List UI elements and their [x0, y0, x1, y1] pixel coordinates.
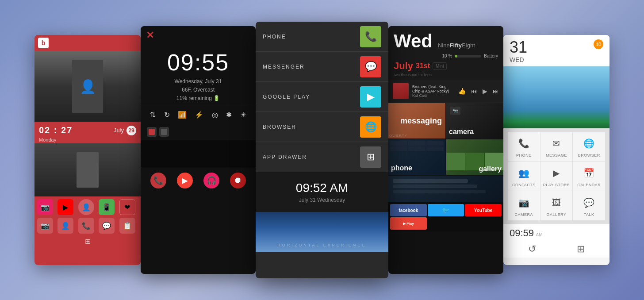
app-icon-msg[interactable]: 💬 — [99, 218, 115, 234]
ctrl-bolt-icon[interactable]: ⚡ — [195, 111, 203, 119]
phone-cell[interactable]: phone — [388, 139, 445, 175]
screen-light: 31 WED 10 📞 PHONE ✉ MESSAGE 🌐 BROWSER 👥 … — [503, 35, 610, 265]
screen2-header: ✕ — [141, 26, 256, 45]
album-art — [393, 83, 409, 99]
screen2-empty-area — [141, 140, 256, 167]
s5-browser-item[interactable]: 🌐 BROWSER — [573, 132, 605, 161]
dock-app[interactable]: ▶ — [177, 173, 193, 188]
app-icon-app[interactable]: 📱 — [99, 199, 115, 215]
menu-messenger-icon: 💬 — [360, 56, 381, 77]
next-icon[interactable]: ⏭ — [493, 88, 499, 95]
s5-gallery-icon: 🖼 — [548, 195, 564, 211]
screen-red: b 👤 02 : 27 July 29 Monday 📷 ▶ 👤 📱 — [34, 35, 141, 265]
s5-calendar-item[interactable]: 📅 CALENDAR — [573, 162, 605, 191]
screen2-controls: ⇅ ↻ 📶 ⚡ ◎ ✱ ☀ — [141, 106, 256, 123]
prev-icon[interactable]: ⏮ — [471, 88, 477, 95]
s5-message-label: MESSAGE — [546, 153, 567, 158]
menu-phone[interactable]: PHONE 📞 — [256, 22, 388, 52]
messaging-cell[interactable]: QWERTY messaging — [388, 103, 445, 138]
status-icon-1 — [147, 127, 157, 137]
app-icon-instagram[interactable]: 📷 — [37, 199, 53, 215]
s5-gallery-label: GALLERY — [547, 212, 567, 217]
gallery-label: gallery — [479, 165, 502, 173]
menu-app-drawer[interactable]: APP DRAWER ⊞ — [256, 142, 388, 172]
horizontal-text: HORIZONTAL EXPERIENCE — [277, 243, 367, 247]
menu-google-play[interactable]: GOOGLE PLAY ▶ — [256, 82, 388, 112]
s5-message-item[interactable]: ✉ MESSAGE — [540, 132, 573, 161]
screen5-app-grid: 📞 PHONE ✉ MESSAGE 🌐 BROWSER 👥 CONTACTS ▶… — [503, 128, 610, 224]
screen1-time: 02 : 27 — [39, 125, 73, 135]
screen-android-grid: Wed NineFiftyEight 10 % Battery July 31s… — [388, 26, 503, 274]
app-icon-contacts[interactable]: 👤 — [58, 218, 73, 234]
s5-drawer-icon[interactable]: ⊞ — [577, 243, 585, 255]
gallery-cell[interactable]: gallery — [446, 139, 503, 175]
s5-calendar-label: CALENDAR — [577, 183, 601, 187]
app-icon-phone[interactable]: 📞 — [78, 218, 94, 234]
menu-google-play-label: GOOGLE PLAY — [263, 94, 310, 100]
screen1-day-label: Monday — [34, 137, 141, 143]
browser-line1 — [393, 179, 468, 183]
app-icon-youtube[interactable]: ▶ — [58, 199, 73, 215]
app-icon-camera[interactable]: 📷 — [37, 218, 53, 234]
screen3-bottom: 09:52 AM July 31 Wednesday — [256, 172, 388, 212]
screen5-badge: 10 — [594, 39, 603, 49]
twitter-logo[interactable]: 🐦 — [428, 204, 464, 216]
phone-keypad-grid — [388, 139, 445, 153]
screen4-date-num: 31st — [416, 62, 430, 70]
s5-browser-icon: 🌐 — [581, 135, 597, 151]
play-pause-icon[interactable]: ▶ — [483, 88, 487, 95]
beats-logo: b — [38, 38, 49, 48]
screen2-date: Wednesday, July 31 66F, Overcast 11% rem… — [141, 77, 256, 103]
screen5-time-row: 09:59 AM — [503, 224, 610, 241]
ctrl-bluetooth-icon[interactable]: ✱ — [226, 111, 232, 119]
screen4-day-display: Wed NineFiftyEight — [394, 31, 498, 52]
facebook-logo[interactable]: facebook — [390, 204, 427, 216]
screen1-day-badge: 29 — [126, 126, 136, 135]
screen4-sub-text: two thousand thirteen — [394, 73, 498, 77]
s5-gallery-item[interactable]: 🖼 GALLERY — [540, 191, 573, 220]
ctrl-location-icon[interactable]: ◎ — [212, 111, 218, 119]
ctrl-wifi-icon[interactable]: 📶 — [178, 111, 187, 119]
app-icon-vine[interactable]: ❤ — [119, 199, 135, 215]
s5-playstore-item[interactable]: ▶ PLAY STORE — [540, 162, 573, 191]
google-play-logo[interactable]: ▶ Play — [390, 217, 427, 230]
browser-line2 — [393, 185, 477, 188]
screen4-date-row: July 31st Mini — [394, 60, 498, 72]
dock-headphone[interactable]: 🎧 — [203, 173, 219, 188]
dock-record[interactable]: ⏺ — [230, 173, 246, 188]
s5-playstore-icon: ▶ — [548, 165, 564, 181]
s5-contacts-item[interactable]: 👥 CONTACTS — [508, 162, 540, 191]
screen5-day-label: WED — [510, 56, 527, 63]
screen3-date: July 31 Wednesday — [264, 197, 380, 203]
s5-message-icon: ✉ — [548, 135, 564, 151]
ctrl-refresh-icon[interactable]: ↻ — [164, 111, 170, 119]
browser-line3 — [393, 190, 486, 193]
s5-talk-label: TALK — [584, 212, 594, 217]
app-drawer-button[interactable]: ⊞ — [85, 237, 91, 246]
thumbs-up-icon[interactable]: 👍 — [458, 88, 466, 95]
camera-cell[interactable]: camera 📷 — [446, 103, 503, 138]
app-icon-person[interactable]: 👤 — [78, 199, 94, 215]
s5-talk-item[interactable]: 💬 TALK — [573, 191, 605, 220]
dock-phone[interactable]: 📞 — [150, 173, 166, 188]
youtube-logo[interactable]: YouTube — [465, 204, 502, 216]
screen4-mini-label: Mini — [433, 62, 447, 70]
menu-browser[interactable]: BROWSER 🌐 — [256, 112, 388, 142]
screen2-dock: 📞 ▶ 🎧 ⏺ — [141, 167, 256, 194]
screen1-month: July — [114, 127, 124, 134]
screen3-time: 09:52 AM — [264, 181, 380, 195]
s5-refresh-icon[interactable]: ↺ — [528, 243, 536, 255]
app-icon-other[interactable]: 📋 — [119, 218, 135, 234]
s5-camera-item[interactable]: 📷 CAMERA — [508, 191, 540, 220]
ctrl-brightness-icon[interactable]: ☀ — [240, 111, 246, 119]
ctrl-sort-icon[interactable]: ⇅ — [150, 111, 156, 119]
keyboard-overlay: QWERTY — [388, 133, 445, 138]
menu-drawer-icon: ⊞ — [360, 146, 381, 168]
menu-messenger[interactable]: MESSENGER 💬 — [256, 52, 388, 82]
browser-cell[interactable]: browser — [388, 176, 503, 202]
screen5-date-block: 31 WED — [510, 39, 527, 63]
s5-phone-item[interactable]: 📞 PHONE — [508, 132, 540, 161]
close-button[interactable]: ✕ — [146, 30, 154, 41]
screen5-bottom: ↺ ⊞ — [503, 241, 610, 258]
screen4-player: Brothers (feat. King Chip & ASAP Rocky) … — [388, 80, 503, 103]
